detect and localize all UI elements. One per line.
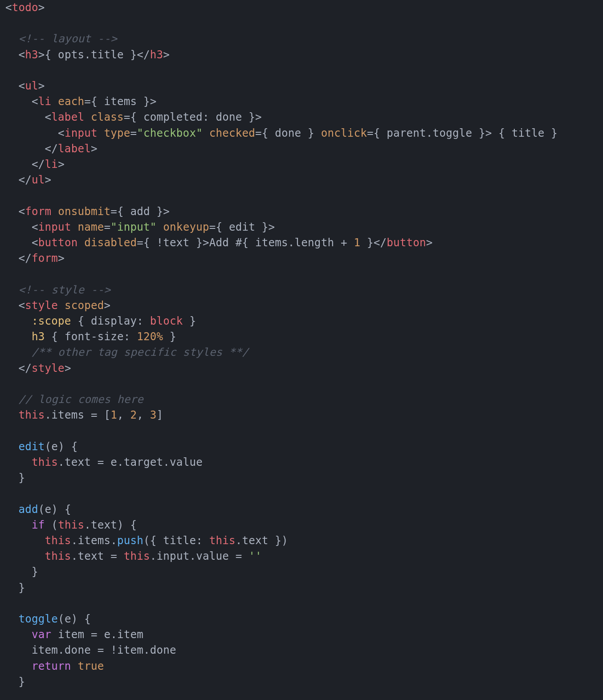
code-line: } [5, 566, 38, 578]
token-func: push [117, 534, 143, 547]
token-punct: > [65, 362, 71, 374]
token-ident: this [32, 456, 58, 468]
code-line: </ul> [5, 174, 51, 186]
token-fg [130, 330, 137, 343]
token-comment: <!-- layout --> [19, 33, 117, 45]
token-fg: items [51, 409, 84, 421]
token-fg: { !text } [143, 236, 203, 249]
token-punct: < [32, 236, 38, 249]
token-punct: > [91, 142, 98, 155]
code-line: this.items.push({ title: this.text }) [5, 534, 288, 547]
token-tag: input [38, 221, 71, 233]
code-line: <h3>{ opts.title }</h3> [5, 49, 170, 61]
code-block: <todo> <!-- layout --> <h3>{ opts.title … [0, 0, 603, 700]
token-attr: disabled [84, 236, 137, 249]
token-fg [5, 205, 19, 218]
token-tag: form [25, 205, 51, 218]
token-fg: e [65, 613, 71, 625]
token-fg: ( [45, 519, 58, 531]
token-fg [51, 95, 58, 108]
token-punct: = [98, 456, 104, 468]
token-tag: label [51, 111, 84, 123]
token-fg: item.done [5, 644, 98, 656]
token-fg: ) { [71, 613, 91, 625]
token-punct: = [367, 127, 374, 139]
token-punct: > [163, 49, 170, 61]
token-fg [5, 409, 19, 421]
code-line: <input name="input" onkeyup={ edit }> [5, 221, 275, 233]
token-fg [5, 440, 19, 453]
token-attr: scoped [65, 299, 104, 312]
token-fg [5, 660, 32, 672]
token-fg: { edit } [216, 221, 268, 233]
token-punct: > [38, 1, 45, 14]
token-num: 3 [150, 409, 157, 421]
token-punct: . [150, 550, 157, 562]
code-line: <ul> [5, 80, 45, 92]
token-punct: < [58, 127, 65, 139]
token-string: "checkbox" [137, 127, 203, 139]
token-fg: ] [157, 409, 163, 421]
token-ident: this [58, 519, 84, 531]
token-fg [5, 315, 32, 327]
token-string: '' [249, 550, 262, 562]
token-attr: onclick [321, 127, 367, 139]
token-fg [5, 95, 32, 108]
token-fg: } [5, 472, 25, 484]
token-fg [104, 550, 110, 562]
token-punct: , [117, 409, 124, 421]
token-fg: }) [269, 534, 288, 547]
code-line: add(e) { [5, 503, 71, 516]
code-line: <!-- layout --> [5, 33, 117, 45]
token-fg: } [5, 676, 25, 688]
token-fg [71, 221, 78, 233]
token-punct: < [19, 80, 25, 92]
token-func: edit [19, 440, 45, 453]
token-punct: </ [19, 252, 32, 265]
token-tag: li [38, 95, 52, 108]
token-tag: h3 [150, 49, 163, 61]
token-punct: < [32, 221, 38, 233]
token-prop: h3 [32, 330, 45, 343]
token-keyword: var [32, 628, 51, 641]
token-fg [157, 221, 163, 233]
token-punct: = [110, 205, 117, 218]
token-punct: = [110, 550, 117, 562]
token-fg [5, 236, 32, 249]
token-fg: { [71, 315, 91, 327]
code-line: </form> [5, 252, 65, 265]
token-fg: text [242, 534, 269, 547]
code-line: edit(e) { [5, 440, 77, 453]
token-fg [5, 221, 32, 233]
token-fg: ) { [51, 503, 71, 516]
token-fg [5, 111, 45, 123]
token-attr: each [58, 95, 84, 108]
token-fg [143, 315, 150, 327]
token-ident: this [45, 550, 71, 562]
token-punct: ! [110, 644, 117, 656]
token-punct: > [426, 236, 433, 249]
token-punct: < [5, 1, 12, 14]
token-attr: onkeyup [163, 221, 209, 233]
token-ident: this [19, 409, 45, 421]
code-line: </style> [5, 362, 71, 374]
token-comment: <!-- style --> [19, 284, 111, 296]
token-fg: } [5, 582, 25, 594]
token-punct: </ [45, 142, 58, 155]
token-attr: type [104, 127, 130, 139]
token-tag: li [45, 158, 58, 171]
code-line: if (this.text) { [5, 519, 137, 531]
token-fg [5, 174, 19, 186]
token-punct: </ [32, 158, 45, 171]
token-punct: > [45, 174, 52, 186]
token-fg [77, 236, 84, 249]
token-num: true [77, 660, 104, 672]
token-ident: this [209, 534, 236, 547]
token-punct: = [104, 221, 110, 233]
code-line: this.items = [1, 2, 3] [5, 409, 163, 421]
token-punct: > [163, 205, 170, 218]
token-comment: // logic comes here [19, 393, 143, 406]
code-line: // logic comes here [5, 393, 143, 406]
token-punct: : [137, 315, 143, 327]
token-fg [5, 142, 45, 155]
